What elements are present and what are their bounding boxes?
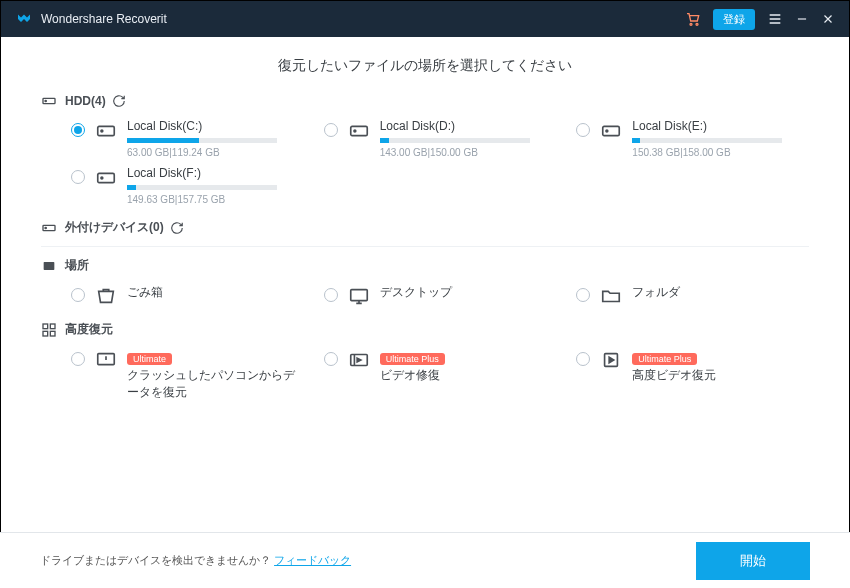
usage-bar bbox=[127, 138, 277, 143]
hdd-icon bbox=[41, 93, 57, 109]
app-title: Wondershare Recoverit bbox=[41, 12, 673, 26]
close-icon[interactable] bbox=[821, 12, 835, 26]
disk-icon bbox=[348, 120, 370, 142]
advanced-icon bbox=[600, 349, 622, 371]
radio[interactable] bbox=[576, 288, 590, 302]
radio[interactable] bbox=[324, 288, 338, 302]
divider bbox=[41, 246, 809, 247]
radio[interactable] bbox=[71, 288, 85, 302]
radio[interactable] bbox=[324, 352, 338, 366]
tier-badge: Ultimate Plus bbox=[632, 353, 697, 365]
section-hdd-label: HDD(4) bbox=[65, 94, 106, 108]
advanced-item[interactable]: Ultimate Plus ビデオ修復 bbox=[324, 348, 557, 401]
usage-bar bbox=[632, 138, 782, 143]
place-label: フォルダ bbox=[632, 284, 809, 301]
refresh-external-icon[interactable] bbox=[170, 221, 184, 235]
footer: ドライブまたはデバイスを検出できませんか？ フィードバック 開始 bbox=[0, 532, 850, 588]
section-advanced-label: 高度復元 bbox=[65, 321, 113, 338]
disk-label: Local Disk(E:) bbox=[632, 119, 809, 133]
section-places-label: 場所 bbox=[65, 257, 89, 274]
disk-sub: 150.38 GB|158.00 GB bbox=[632, 147, 809, 158]
disk-sub: 149.63 GB|157.75 GB bbox=[127, 194, 304, 205]
radio[interactable] bbox=[576, 123, 590, 137]
usage-bar bbox=[127, 185, 277, 190]
place-item[interactable]: デスクトップ bbox=[324, 284, 557, 307]
radio[interactable] bbox=[71, 123, 85, 137]
cart-icon[interactable] bbox=[685, 11, 701, 27]
section-advanced: 高度復元 bbox=[41, 321, 809, 338]
disk-item[interactable]: Local Disk(C:) 63.00 GB|119.24 GB bbox=[71, 119, 304, 158]
advanced-item[interactable]: Ultimate クラッシュしたパソコンからデータを復元 bbox=[71, 348, 304, 401]
svg-point-1 bbox=[696, 23, 698, 25]
disk-icon bbox=[600, 120, 622, 142]
place-icon bbox=[348, 285, 370, 307]
place-item[interactable]: ごみ箱 bbox=[71, 284, 304, 307]
place-icon bbox=[95, 285, 117, 307]
svg-rect-14 bbox=[44, 262, 55, 270]
place-label: ごみ箱 bbox=[127, 284, 304, 301]
advanced-item[interactable]: Ultimate Plus 高度ビデオ復元 bbox=[576, 348, 809, 401]
page-headline: 復元したいファイルの場所を選択してください bbox=[1, 57, 849, 75]
tier-badge: Ultimate bbox=[127, 353, 172, 365]
menu-icon[interactable] bbox=[767, 11, 783, 27]
titlebar: Wondershare Recoverit 登録 bbox=[1, 1, 849, 37]
section-places: 場所 bbox=[41, 257, 809, 274]
svg-point-3 bbox=[45, 100, 46, 101]
disk-item[interactable]: Local Disk(F:) 149.63 GB|157.75 GB bbox=[71, 166, 304, 205]
section-external-label: 外付けデバイス(0) bbox=[65, 219, 164, 236]
advanced-icon bbox=[348, 349, 370, 371]
svg-rect-18 bbox=[43, 331, 48, 336]
disk-label: Local Disk(D:) bbox=[380, 119, 557, 133]
advanced-label: 高度ビデオ復元 bbox=[632, 367, 809, 384]
start-button[interactable]: 開始 bbox=[696, 542, 810, 580]
place-icon bbox=[600, 285, 622, 307]
place-label: デスクトップ bbox=[380, 284, 557, 301]
svg-rect-19 bbox=[50, 331, 55, 336]
advanced-label: ビデオ修復 bbox=[380, 367, 557, 384]
disk-item[interactable]: Local Disk(E:) 150.38 GB|158.00 GB bbox=[576, 119, 809, 158]
external-icon bbox=[41, 220, 57, 236]
app-logo-icon bbox=[15, 10, 33, 28]
disk-sub: 63.00 GB|119.24 GB bbox=[127, 147, 304, 158]
svg-point-5 bbox=[101, 130, 103, 132]
disk-label: Local Disk(C:) bbox=[127, 119, 304, 133]
place-item[interactable]: フォルダ bbox=[576, 284, 809, 307]
svg-rect-17 bbox=[50, 324, 55, 329]
refresh-hdd-icon[interactable] bbox=[112, 94, 126, 108]
section-external: 外付けデバイス(0) bbox=[41, 219, 809, 236]
disk-icon bbox=[95, 120, 117, 142]
feedback-link[interactable]: フィードバック bbox=[274, 554, 351, 566]
places-icon bbox=[41, 258, 57, 274]
disk-sub: 143.00 GB|150.00 GB bbox=[380, 147, 557, 158]
svg-point-0 bbox=[690, 23, 692, 25]
advanced-label: クラッシュしたパソコンからデータを復元 bbox=[127, 367, 304, 401]
section-hdd: HDD(4) bbox=[41, 93, 809, 109]
radio[interactable] bbox=[71, 170, 85, 184]
tier-badge: Ultimate Plus bbox=[380, 353, 445, 365]
disk-icon bbox=[95, 167, 117, 189]
minimize-icon[interactable] bbox=[795, 12, 809, 26]
svg-point-7 bbox=[354, 130, 356, 132]
svg-point-13 bbox=[45, 227, 46, 228]
register-button[interactable]: 登録 bbox=[713, 9, 755, 30]
svg-rect-15 bbox=[350, 290, 367, 301]
svg-point-11 bbox=[101, 177, 103, 179]
radio[interactable] bbox=[324, 123, 338, 137]
radio[interactable] bbox=[71, 352, 85, 366]
advanced-icon bbox=[95, 349, 117, 371]
advanced-icon bbox=[41, 322, 57, 338]
svg-rect-16 bbox=[43, 324, 48, 329]
footer-text: ドライブまたはデバイスを検出できませんか？ フィードバック bbox=[40, 553, 351, 568]
usage-bar bbox=[380, 138, 530, 143]
disk-label: Local Disk(F:) bbox=[127, 166, 304, 180]
svg-point-9 bbox=[606, 130, 608, 132]
disk-item[interactable]: Local Disk(D:) 143.00 GB|150.00 GB bbox=[324, 119, 557, 158]
radio[interactable] bbox=[576, 352, 590, 366]
